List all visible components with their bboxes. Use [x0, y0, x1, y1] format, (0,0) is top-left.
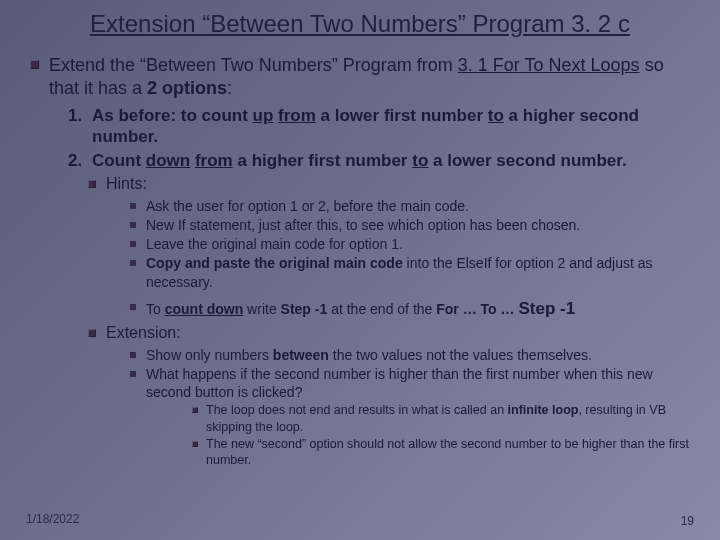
bullet-icon [30, 60, 39, 69]
hints-label: Hints: [30, 175, 690, 193]
slide: Extension “Between Two Numbers” Program … [0, 0, 720, 540]
slide-title: Extension “Between Two Numbers” Program … [30, 10, 690, 38]
intro-link: 3. 1 For To Next Loops [458, 55, 640, 75]
intro-text: Extend the “Between Two Numbers” Program… [49, 54, 690, 99]
bullet-icon [130, 260, 136, 266]
deep-list: The loop does not end and results in wha… [30, 402, 690, 468]
hint-item: New If statement, just after this, to se… [130, 216, 690, 234]
bullet-icon [130, 371, 136, 377]
option-item: 2. Count down from a higher first number… [68, 150, 690, 171]
extension-list: Show only numbers between the two values… [30, 346, 690, 402]
hint-item: Leave the original main code for option … [130, 235, 690, 253]
hint-item: Copy and paste the original main code in… [130, 254, 690, 290]
hints-list: Ask the user for option 1 or 2, before t… [30, 197, 690, 320]
deep-item: The loop does not end and results in wha… [192, 402, 690, 435]
extension-item: What happens if the second number is hig… [130, 365, 690, 401]
option-item: 1. As before: to count up from a lower f… [68, 105, 690, 148]
intro-bullet: Extend the “Between Two Numbers” Program… [30, 54, 690, 99]
bullet-icon [192, 441, 198, 447]
deep-item: The new “second” option should not allow… [192, 436, 690, 469]
footer-date: 1/18/2022 [26, 512, 79, 526]
bullet-icon [130, 222, 136, 228]
bullet-icon [130, 304, 136, 310]
bullet-icon [88, 329, 96, 337]
bullet-icon [88, 180, 96, 188]
bullet-icon [130, 241, 136, 247]
bullet-icon [130, 203, 136, 209]
footer-page-number: 19 [681, 514, 694, 528]
hint-step-item: To count down write Step -1 at the end o… [130, 298, 690, 320]
hint-item: Ask the user for option 1 or 2, before t… [130, 197, 690, 215]
bullet-icon [130, 352, 136, 358]
extension-label: Extension: [30, 324, 690, 342]
extension-item: Show only numbers between the two values… [130, 346, 690, 364]
options-list: 1. As before: to count up from a lower f… [30, 105, 690, 171]
bullet-icon [192, 407, 198, 413]
